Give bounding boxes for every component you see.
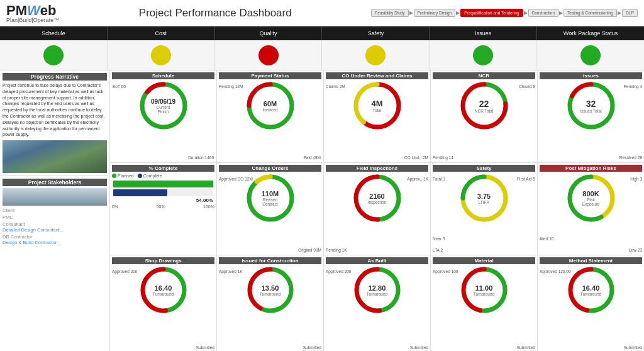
post-mitigation-center-sub: Risk Exposure xyxy=(579,198,604,206)
phase-feasibility[interactable]: Feasibility Study xyxy=(371,9,408,17)
method-statement-title: Method Statement xyxy=(540,257,642,264)
status-work-package: Work Package Status xyxy=(537,26,644,40)
stakeholders-title: Project Stakeholders xyxy=(3,179,107,186)
phase-construction[interactable]: Construction xyxy=(528,9,559,17)
complete-bar-container xyxy=(113,189,213,196)
schedule-eot-label: EoT 60 xyxy=(113,84,126,89)
narrative-title: Progress Narrative xyxy=(3,73,107,81)
issues-center-value: 32 xyxy=(580,99,601,109)
method-statement-center-sub: Turnaround xyxy=(580,292,601,296)
ifc-center-sub: Turnaround xyxy=(260,292,280,296)
payment-title: Payment Status xyxy=(219,72,321,79)
pmc-label: PMC xyxy=(3,214,107,220)
phase-prequalification[interactable]: Prequalification and Tendering xyxy=(460,9,523,17)
pm-high-label: High 3 xyxy=(630,177,642,181)
db-contractor-name[interactable]: Design & Build Contractor _ xyxy=(3,240,107,245)
co-claims-cell: CO Under Review and Claims 4M Total Clai… xyxy=(324,70,431,162)
schedule-cell: Schedule 09/06/19 Current Finish EoT 60 … xyxy=(110,70,217,162)
phase-preliminary[interactable]: Preliminary Design xyxy=(414,9,456,17)
shop-drawings-title: Shop Drawings xyxy=(112,257,214,264)
cost-light xyxy=(151,45,171,65)
traffic-cost xyxy=(108,40,215,70)
ncr-center-sub: NCR Total xyxy=(475,109,494,113)
ifc-title: Issued for Construction xyxy=(219,257,321,264)
shop-drawings-center-value: 16.40 xyxy=(153,284,174,292)
detailed-design-consultant[interactable]: Detailed Design Consultant... xyxy=(3,227,107,233)
change-orders-title: Change Orders xyxy=(219,165,321,172)
schedule-center-value: 09/06/19 xyxy=(151,98,176,105)
phase-testing[interactable]: Testing & Commissioning xyxy=(564,9,617,17)
status-schedule: Schedule xyxy=(0,26,108,40)
stakeholders-section: Project Stakeholders Client PMC Consulta… xyxy=(0,176,109,351)
schedule-center-sub: Current Finish xyxy=(151,105,176,114)
shop-drawings-center-sub: Turnaround xyxy=(153,292,174,296)
safety-fatal-label: Fatal 1 xyxy=(433,177,445,181)
safety-center-sub: LTIFR xyxy=(477,200,491,204)
ncr-pending-label: Pending 14 xyxy=(433,155,453,160)
percent-complete-cell: % Complete Planned Complete xyxy=(110,163,217,255)
co-original-label: Original 98M xyxy=(298,248,321,252)
right-panel: Schedule 09/06/19 Current Finish EoT 60 … xyxy=(110,70,644,351)
as-built-center-value: 12.80 xyxy=(367,284,387,292)
status-cost: Cost xyxy=(108,26,215,40)
narrative-text: Project continue to face delays due to C… xyxy=(3,82,107,138)
payment-center-sub: Invoiced xyxy=(262,108,277,112)
stakeholder-banner xyxy=(3,188,107,206)
as-built-title: As Built xyxy=(326,257,428,264)
quality-light xyxy=(258,45,279,65)
mat-approved-label: Approved 100 xyxy=(433,269,458,274)
issues-pending-label: Pending 4 xyxy=(624,84,642,89)
ms-submitted-label: Submitted xyxy=(624,345,642,350)
pm-alert-label: Alert 10 xyxy=(540,237,553,241)
ab-submitted-label: Submitted xyxy=(410,345,428,350)
material-title: Material xyxy=(433,257,535,264)
pm-low-label: Low 23 xyxy=(629,248,642,252)
issues-light xyxy=(473,45,493,65)
safety-lta-label: LTA 2 xyxy=(433,248,443,252)
status-safety: Safety xyxy=(322,26,430,40)
status-issues: Issues xyxy=(430,26,537,40)
payment-pending-label: Pending 12M xyxy=(219,84,243,89)
change-orders-center-sub: Revised Contract xyxy=(258,198,283,206)
narrative-section: Progress Narrative Project continue to f… xyxy=(0,70,109,176)
traffic-safety xyxy=(322,40,430,70)
material-center-value: 11.00 xyxy=(474,284,494,292)
dashboard-row-1: Schedule 09/06/19 Current Finish EoT 60 … xyxy=(110,70,644,163)
site-image xyxy=(3,140,107,173)
fi-approv-label: Approv.. 1K xyxy=(408,177,428,181)
post-mitigation-cell: Post Mitigation Risks 800K Risk Exposure… xyxy=(538,163,644,255)
sd-approved-label: Approved 200 xyxy=(112,269,137,274)
safety-light xyxy=(365,45,386,65)
payment-paid-label: Paid 48M xyxy=(304,155,321,160)
change-orders-cell: Change Orders 110M Revised Contract Appr… xyxy=(217,163,324,255)
planned-label: Planned xyxy=(118,174,134,178)
material-center-sub: Turnaround xyxy=(474,292,494,296)
as-built-center-sub: Turnaround xyxy=(367,292,387,296)
sd-submitted-label: Submitted xyxy=(196,345,214,350)
traffic-issues xyxy=(430,40,537,70)
traffic-lights-row xyxy=(0,40,644,70)
complete-pct-text: 54.00% xyxy=(113,198,213,203)
traffic-schedule xyxy=(0,40,108,70)
co-und-label: CO Und.. 2M xyxy=(404,155,428,160)
ncr-closed-label: Closed 8 xyxy=(519,84,535,89)
axis-100: 100% xyxy=(203,204,214,209)
change-orders-center-value: 110M xyxy=(258,190,283,198)
method-statement-center-value: 16.40 xyxy=(580,284,601,292)
phase-dlp[interactable]: DLP xyxy=(622,9,638,17)
ifc-submitted-label: Submitted xyxy=(303,345,321,350)
status-quality: Quality xyxy=(215,26,323,40)
field-inspections-cell: Field Inspections 2160 Inspection Approv… xyxy=(324,163,431,255)
post-mitigation-title: Post Mitigation Risks xyxy=(540,165,642,172)
safety-center-value: 3.75 xyxy=(477,192,491,200)
co-claims-label: Claims 2M xyxy=(326,84,345,89)
left-panel: Progress Narrative Project continue to f… xyxy=(0,70,110,351)
issues-center-sub: Issues Total xyxy=(580,109,601,113)
payment-status-cell: Payment Status 60M Invoiced Pending 12M … xyxy=(217,70,324,162)
ncr-cell: NCR 22 NCR Total Closed 8 Pending 14 xyxy=(431,70,538,162)
consultant-label: Consultant xyxy=(3,221,107,227)
schedule-light xyxy=(43,45,64,65)
percent-complete-title: % Complete xyxy=(112,165,214,172)
payment-center-value: 60M xyxy=(262,100,277,108)
phase-bar: Feasibility Study ▶ Preliminary Design ▶… xyxy=(371,9,638,17)
